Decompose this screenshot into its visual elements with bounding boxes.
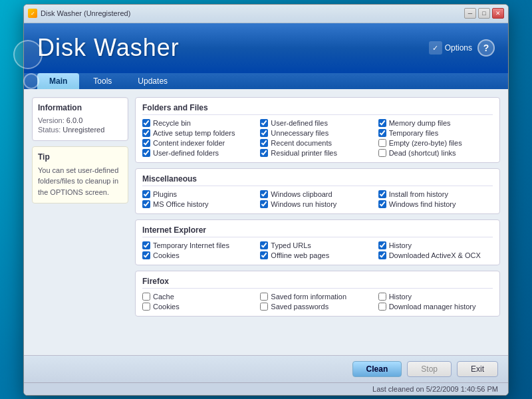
- list-item[interactable]: Plugins: [142, 190, 257, 198]
- list-item[interactable]: Content indexer folder: [142, 139, 257, 147]
- list-item[interactable]: Residual printer files: [260, 149, 374, 157]
- checkbox[interactable]: [142, 129, 150, 137]
- version-value: 6.0.0: [66, 116, 82, 124]
- checkbox-label: Dead (shortcut) links: [389, 149, 456, 157]
- tab-main[interactable]: Main: [37, 73, 79, 89]
- list-item[interactable]: Saved form information: [260, 293, 374, 301]
- minimize-button[interactable]: ─: [464, 8, 476, 19]
- tip-box: Tip You can set user-defined folders/fil…: [32, 146, 128, 204]
- options-button[interactable]: ✓ Options: [429, 41, 472, 55]
- checkbox[interactable]: [260, 303, 268, 311]
- list-item[interactable]: Install from history: [378, 190, 493, 198]
- list-item[interactable]: Windows clipboard: [260, 190, 374, 198]
- tip-title: Tip: [38, 152, 122, 162]
- list-item[interactable]: Unnecessary files: [260, 129, 374, 137]
- list-item[interactable]: Offline web pages: [260, 251, 374, 259]
- list-item[interactable]: Cookies: [142, 303, 257, 311]
- information-box: Information Version: 6.0.0 Status: Unreg…: [32, 97, 128, 141]
- titlebar-left: ✓ Disk Washer (Unregistered): [28, 9, 130, 18]
- checkbox[interactable]: [142, 149, 150, 157]
- checkbox-label: Downloaded ActiveX & OCX: [389, 251, 481, 259]
- list-item[interactable]: Recycle bin: [142, 119, 257, 127]
- tab-tools[interactable]: Tools: [81, 73, 124, 89]
- list-item[interactable]: User-defined files: [260, 119, 374, 127]
- checkbox[interactable]: [260, 241, 268, 249]
- checkbox[interactable]: [260, 139, 268, 147]
- list-item[interactable]: Cookies: [142, 251, 257, 259]
- options-label: Options: [445, 43, 472, 53]
- list-item[interactable]: Recent documents: [260, 139, 374, 147]
- checkbox[interactable]: [142, 241, 150, 249]
- main-window: ✓ Disk Washer (Unregistered) ─ □ ✕ Disk …: [23, 4, 509, 396]
- checkbox[interactable]: [378, 200, 386, 208]
- checkbox[interactable]: [378, 119, 386, 127]
- list-item[interactable]: History: [378, 293, 493, 301]
- section-title-firefox: Firefox: [142, 277, 493, 289]
- checkbox[interactable]: [378, 303, 386, 311]
- checkbox[interactable]: [260, 129, 268, 137]
- left-panel: Information Version: 6.0.0 Status: Unreg…: [32, 97, 128, 347]
- checkbox[interactable]: [142, 200, 150, 208]
- checkbox-label: MS Office history: [153, 200, 209, 208]
- version-label: Version:: [38, 116, 65, 124]
- list-item[interactable]: Active setup temp folders: [142, 129, 257, 137]
- checkbox[interactable]: [260, 119, 268, 127]
- exit-button[interactable]: Exit: [457, 361, 498, 377]
- list-item[interactable]: Cache: [142, 293, 257, 301]
- status-label: Status:: [38, 126, 61, 134]
- titlebar-title: Disk Washer (Unregistered): [41, 9, 130, 17]
- list-item[interactable]: Empty (zero-byte) files: [378, 139, 493, 147]
- checkbox-label: Offline web pages: [271, 251, 329, 259]
- list-item[interactable]: History: [378, 241, 493, 249]
- checkbox[interactable]: [378, 129, 386, 137]
- list-item[interactable]: Windows run history: [260, 200, 374, 208]
- checkbox[interactable]: [142, 190, 150, 198]
- checkbox[interactable]: [378, 190, 386, 198]
- section-grid-firefox: CacheSaved form informationHistoryCookie…: [142, 293, 493, 311]
- checkbox[interactable]: [260, 200, 268, 208]
- tabs-bar: Main Tools Updates: [24, 73, 508, 89]
- version-row: Version: 6.0.0: [38, 116, 122, 124]
- checkbox-label: Recycle bin: [153, 119, 191, 127]
- tab-updates[interactable]: Updates: [126, 73, 180, 89]
- checkbox[interactable]: [260, 251, 268, 259]
- checkbox[interactable]: [378, 241, 386, 249]
- checkbox[interactable]: [142, 119, 150, 127]
- list-item[interactable]: Downloaded ActiveX & OCX: [378, 251, 493, 259]
- close-button[interactable]: ✕: [492, 8, 504, 19]
- status-text: Last cleaned on 5/22/2009 1:40:56 PM: [372, 385, 498, 393]
- maximize-button[interactable]: □: [478, 8, 490, 19]
- checkbox-label: Content indexer folder: [153, 139, 225, 147]
- list-item[interactable]: Temporary files: [378, 129, 493, 137]
- checkbox[interactable]: [142, 251, 150, 259]
- list-item[interactable]: Memory dump files: [378, 119, 493, 127]
- checkbox[interactable]: [378, 139, 386, 147]
- checkbox[interactable]: [260, 190, 268, 198]
- checkbox[interactable]: [378, 149, 386, 157]
- checkbox-label: Windows clipboard: [271, 190, 332, 198]
- checkbox-label: Install from history: [389, 190, 448, 198]
- status-bar: Last cleaned on 5/22/2009 1:40:56 PM: [24, 382, 508, 395]
- status-row: Status: Unregistered: [38, 126, 122, 134]
- checkbox[interactable]: [260, 149, 268, 157]
- list-item[interactable]: Windows find history: [378, 200, 493, 208]
- section-grid-folders-files: Recycle binUser-defined filesMemory dump…: [142, 119, 493, 157]
- checkbox[interactable]: [142, 139, 150, 147]
- checkbox[interactable]: [378, 251, 386, 259]
- checkbox-label: User-defined folders: [153, 149, 219, 157]
- list-item[interactable]: Download manager history: [378, 303, 493, 311]
- checkbox[interactable]: [142, 293, 150, 301]
- help-button[interactable]: ?: [477, 39, 495, 57]
- list-item[interactable]: Dead (shortcut) links: [378, 149, 493, 157]
- list-item[interactable]: Saved passwords: [260, 303, 374, 311]
- clean-button[interactable]: Clean: [352, 361, 402, 377]
- list-item[interactable]: User-defined folders: [142, 149, 257, 157]
- list-item[interactable]: Temporary Internet files: [142, 241, 257, 249]
- checkbox-label: Windows find history: [389, 200, 456, 208]
- checkbox[interactable]: [142, 303, 150, 311]
- list-item[interactable]: MS Office history: [142, 200, 257, 208]
- checkbox[interactable]: [260, 293, 268, 301]
- list-item[interactable]: Typed URLs: [260, 241, 374, 249]
- stop-button[interactable]: Stop: [407, 361, 452, 377]
- checkbox[interactable]: [378, 293, 386, 301]
